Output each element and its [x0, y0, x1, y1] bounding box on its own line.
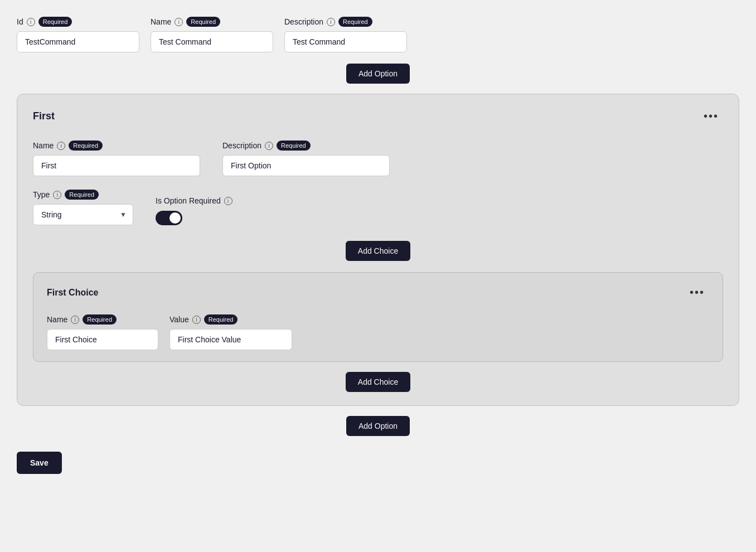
- option-title: First: [33, 110, 55, 122]
- choice-name-required-badge: Required: [83, 314, 117, 325]
- option-description-required-badge: Required: [277, 141, 311, 151]
- top-add-choice-button[interactable]: Add Choice: [346, 241, 410, 261]
- choice-value-field-group: Value i Required: [169, 314, 292, 350]
- id-required-badge: Required: [38, 17, 72, 27]
- choice-value-input[interactable]: [169, 329, 292, 350]
- choice-value-label: Value: [169, 315, 189, 324]
- id-field-group: Id i Required: [17, 17, 139, 52]
- type-select[interactable]: String Integer Boolean Number: [33, 204, 133, 225]
- option-three-dots-button[interactable]: •••: [699, 108, 723, 125]
- option-name-field-group: Name i Required: [33, 141, 200, 176]
- is-required-info-icon[interactable]: i: [224, 197, 232, 205]
- top-add-option-button[interactable]: Add Option: [346, 64, 410, 84]
- toggle-slider: [156, 211, 182, 225]
- choice-card-header: First Choice •••: [47, 284, 709, 301]
- is-option-required-group: Is Option Required i: [156, 196, 232, 225]
- bottom-add-option-button[interactable]: Add Option: [346, 416, 410, 436]
- description-field-group: Description i Required: [284, 17, 407, 52]
- choice-title: First Choice: [47, 288, 98, 298]
- description-info-icon[interactable]: i: [327, 18, 335, 26]
- option-name-required-badge: Required: [69, 141, 103, 151]
- bottom-add-option-row: Add Option: [17, 416, 739, 436]
- top-add-choice-row: Add Choice: [33, 241, 723, 261]
- option-card: First ••• Name i Required Description i …: [17, 94, 739, 406]
- choice-three-dots-button[interactable]: •••: [685, 284, 709, 301]
- bottom-add-choice-row: Add Choice: [33, 372, 723, 392]
- id-label: Id: [17, 17, 23, 26]
- is-required-toggle[interactable]: [156, 211, 182, 225]
- option-description-field-group: Description i Required: [222, 141, 390, 176]
- name-info-icon[interactable]: i: [175, 18, 183, 26]
- option-type-row: Type i Required String Integer Boolean N…: [33, 190, 723, 225]
- choice-value-required-badge: Required: [204, 314, 238, 325]
- option-card-header: First •••: [33, 108, 723, 125]
- save-button[interactable]: Save: [17, 452, 62, 474]
- option-type-info-icon[interactable]: i: [53, 191, 61, 199]
- description-input[interactable]: [284, 31, 407, 52]
- choice-fields-row: Name i Required Value i Required: [47, 314, 709, 350]
- top-add-option-row: Add Option: [17, 64, 739, 84]
- name-input[interactable]: [151, 31, 273, 52]
- option-name-info-icon[interactable]: i: [57, 142, 65, 150]
- name-field-group: Name i Required: [151, 17, 273, 52]
- name-required-badge: Required: [186, 17, 220, 27]
- type-select-wrapper: String Integer Boolean Number ▼: [33, 204, 133, 225]
- option-type-label: Type: [33, 190, 50, 199]
- option-name-label: Name: [33, 141, 54, 150]
- id-input[interactable]: [17, 31, 139, 52]
- bottom-add-choice-button[interactable]: Add Choice: [346, 372, 410, 392]
- choice-name-field-group: Name i Required: [47, 314, 158, 350]
- option-type-required-badge: Required: [65, 190, 99, 200]
- description-required-badge: Required: [338, 17, 372, 27]
- choice-value-info-icon[interactable]: i: [192, 316, 201, 324]
- choice-name-info-icon[interactable]: i: [71, 316, 79, 324]
- option-description-input[interactable]: [222, 155, 390, 176]
- is-required-label: Is Option Required: [156, 196, 221, 205]
- choice-name-input[interactable]: [47, 329, 158, 350]
- option-fields-row: Name i Required Description i Required: [33, 141, 723, 176]
- choice-card: First Choice ••• Name i Required Value i…: [33, 272, 723, 362]
- option-description-info-icon[interactable]: i: [265, 142, 273, 150]
- option-description-label: Description: [222, 141, 261, 150]
- choice-name-label: Name: [47, 315, 67, 324]
- option-name-input[interactable]: [33, 155, 200, 176]
- name-label: Name: [151, 17, 171, 26]
- id-info-icon[interactable]: i: [27, 18, 35, 26]
- option-type-field-group: Type i Required String Integer Boolean N…: [33, 190, 133, 225]
- description-label: Description: [284, 17, 323, 26]
